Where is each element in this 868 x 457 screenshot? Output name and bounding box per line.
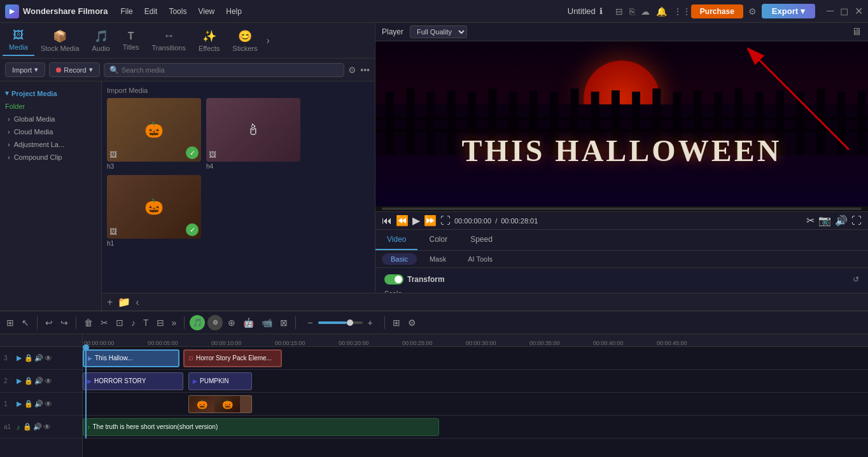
delete-button[interactable]: 🗑 <box>81 316 95 329</box>
clip-this-halloween[interactable]: ▶ This Hallow... <box>83 349 179 367</box>
fullscreen-button[interactable]: ⛶ <box>440 215 451 227</box>
volume-button[interactable]: 🔊 <box>835 214 848 227</box>
layout-button[interactable]: ⊞ <box>390 316 403 329</box>
tab-more-arrow[interactable]: › <box>266 35 269 46</box>
track-eye-2[interactable]: 👁 <box>45 377 52 386</box>
transform-button[interactable]: ⊟ <box>154 316 167 329</box>
clip-audio-truth[interactable]: ♪ The truth is here short version(short … <box>83 418 439 436</box>
search-box[interactable]: 🔍 <box>104 63 345 77</box>
search-input[interactable] <box>122 66 339 74</box>
redo-button[interactable]: ↪ <box>58 316 71 329</box>
frame-back-button[interactable]: ⏪ <box>396 214 409 227</box>
settings-icon[interactable]: ⚙ <box>748 6 757 17</box>
undo-button[interactable]: ↩ <box>43 316 55 329</box>
menu-edit[interactable]: Edit <box>144 7 158 16</box>
split-button[interactable]: ✂ <box>806 214 815 227</box>
split-audio-button[interactable]: ⊕ <box>225 316 238 329</box>
clip-ai-button[interactable]: 🤖 <box>241 316 256 329</box>
settings-tl-button[interactable]: ⚙ <box>405 316 419 329</box>
track-lock-2[interactable]: 🔒 <box>24 377 33 385</box>
track-lock-a1[interactable]: 🔒 <box>23 423 32 431</box>
multi-cam-button[interactable]: 📹 <box>259 316 275 329</box>
sidebar-item-global-media[interactable]: › Global Media <box>0 113 101 125</box>
record-button[interactable]: Record ▾ <box>49 62 99 77</box>
close-button[interactable]: ✕ <box>855 5 863 17</box>
play-pause-button[interactable]: ▶ <box>412 214 420 227</box>
menu-file[interactable]: File <box>120 7 132 16</box>
notification-icon[interactable]: 🔔 <box>656 6 667 17</box>
track-eye-3[interactable]: 👁 <box>45 354 52 363</box>
select-tool-button[interactable]: ↖ <box>19 316 32 329</box>
sidebar-item-cloud-media[interactable]: › Cloud Media <box>0 125 101 138</box>
media-item-h4[interactable]: 🕯 🖼 h4 <box>206 98 300 170</box>
volume-slider[interactable] <box>318 321 363 324</box>
track-eye-1[interactable]: 👁 <box>45 400 52 409</box>
purchase-button[interactable]: Purchase <box>691 4 743 18</box>
more-tools-button[interactable]: » <box>169 316 179 329</box>
tab-speed[interactable]: Speed <box>459 230 504 250</box>
scene-add-button[interactable]: ⊞ <box>4 316 17 329</box>
track-audio-a1[interactable]: 🔊 <box>33 423 42 431</box>
folder-icon[interactable]: 📁 <box>118 296 130 308</box>
audio-active-button[interactable]: 🎵 <box>190 315 205 330</box>
tab-audio[interactable]: 🎵 Audio <box>86 25 116 56</box>
add-folder-btn[interactable]: + <box>107 297 113 308</box>
minimize-button[interactable]: ─ <box>827 5 834 17</box>
screen-view-icon[interactable]: 🖥 <box>851 26 862 38</box>
clip-horror-story-elements[interactable]: ⊡ Horror Story Pack Eleme... <box>183 349 282 367</box>
plus-button[interactable]: + <box>365 316 375 329</box>
crop-button[interactable]: ⊡ <box>113 316 126 329</box>
export-button[interactable]: Export ▾ <box>762 4 815 18</box>
more-options-icon[interactable]: ••• <box>360 65 370 75</box>
playhead[interactable] <box>85 347 87 439</box>
tab-video[interactable]: Video <box>375 230 417 250</box>
clip-h3-thumbnail[interactable]: 🎃 🎃 <box>188 395 252 413</box>
grid-icon[interactable]: ⋮⋮ <box>673 6 691 17</box>
frame-forward-button[interactable]: ⏩ <box>424 214 437 227</box>
collapse-icon[interactable]: ‹ <box>136 297 139 308</box>
tab-media[interactable]: 🖼 Media <box>3 25 34 56</box>
media-item-h3[interactable]: 🎃 ✓ 🖼 h3 <box>107 98 201 170</box>
pip-button[interactable]: ⊠ <box>277 316 290 329</box>
progress-bar-container[interactable] <box>375 206 868 211</box>
track-audio-2[interactable]: 🔊 <box>34 377 43 385</box>
menu-tools[interactable]: Tools <box>169 7 186 16</box>
progress-bar[interactable] <box>382 207 862 210</box>
cloud-icon[interactable]: ☁ <box>641 6 650 17</box>
tab-titles[interactable]: T Titles <box>116 27 146 55</box>
track-audio-3[interactable]: 🔊 <box>34 354 43 362</box>
transform-toggle[interactable] <box>384 274 403 285</box>
minus-button[interactable]: − <box>305 316 315 329</box>
media-item-h1[interactable]: 🎃 ✓ 🖼 h1 <box>107 175 201 247</box>
track-eye-a1[interactable]: 👁 <box>43 423 51 432</box>
tab-transitions[interactable]: ↔ Transitions <box>146 25 192 55</box>
clip-horror-story[interactable]: ▶ HORROR STORY <box>83 372 183 390</box>
project-media-header[interactable]: ▾ Project Media <box>0 87 101 100</box>
speed-button[interactable]: ⚙ <box>207 315 223 330</box>
folder-button[interactable]: Folder <box>0 100 101 113</box>
skip-back-button[interactable]: ⏮ <box>382 215 392 227</box>
track-lock-3[interactable]: 🔒 <box>24 354 33 362</box>
resize-button[interactable]: ⛶ <box>851 214 862 227</box>
transform-reset-icon[interactable]: ↺ <box>853 275 859 284</box>
minimize-project-icon[interactable]: ⊟ <box>615 6 623 17</box>
maximize-button[interactable]: ◻ <box>840 5 848 17</box>
menu-help[interactable]: Help <box>226 7 242 16</box>
subtab-mask[interactable]: Mask <box>421 253 455 265</box>
sidebar-item-compound-clip[interactable]: › Compound Clip <box>0 151 101 164</box>
quality-select[interactable]: Full Quality <box>410 25 467 38</box>
cut-button[interactable]: ✂ <box>98 316 111 329</box>
menu-view[interactable]: View <box>198 7 214 16</box>
track-audio-1[interactable]: 🔊 <box>34 400 43 408</box>
tab-color[interactable]: Color <box>417 230 459 250</box>
audio-edit-button[interactable]: ♪ <box>129 316 138 329</box>
sidebar-item-adjustment-layer[interactable]: › Adjustment La... <box>0 138 101 151</box>
track-lock-1[interactable]: 🔒 <box>24 400 33 408</box>
filter-icon[interactable]: ⚙ <box>348 65 356 75</box>
tab-stock-media[interactable]: 📦 Stock Media <box>34 25 86 56</box>
tab-stickers[interactable]: 😊 Stickers <box>226 25 263 56</box>
duplicate-icon[interactable]: ⎘ <box>629 6 634 17</box>
tab-effects[interactable]: ✨ Effects <box>192 25 226 56</box>
subtab-ai-tools[interactable]: AI Tools <box>459 253 501 265</box>
camera-button[interactable]: 📷 <box>818 214 831 227</box>
